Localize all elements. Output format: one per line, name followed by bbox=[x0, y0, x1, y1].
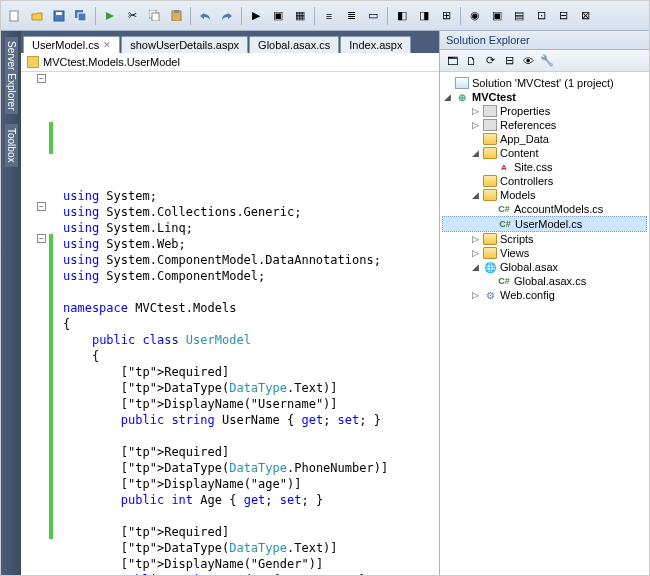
tree-item[interactable]: ◢Content bbox=[442, 146, 647, 160]
refresh-icon[interactable]: ⟳ bbox=[482, 53, 498, 69]
tb-undo-icon[interactable] bbox=[195, 6, 215, 26]
tb-btn-icon[interactable]: ⊠ bbox=[575, 6, 595, 26]
expand-icon[interactable]: ◢ bbox=[442, 92, 452, 102]
tb-redo-icon[interactable] bbox=[217, 6, 237, 26]
change-marker bbox=[49, 122, 53, 154]
tb-btn-icon[interactable]: ▣ bbox=[268, 6, 288, 26]
breadcrumb-text: MVCtest.Models.UserModel bbox=[43, 56, 180, 68]
tree-item[interactable]: ▷Properties bbox=[442, 104, 647, 118]
toolbox-tab[interactable]: Toolbox bbox=[5, 124, 18, 166]
tb-btn-icon[interactable]: ▦ bbox=[290, 6, 310, 26]
tb-btn-icon[interactable]: ⊡ bbox=[531, 6, 551, 26]
expand-icon[interactable]: ▷ bbox=[470, 248, 480, 258]
tree-label: Site.css bbox=[514, 161, 553, 173]
ref-icon bbox=[483, 119, 497, 131]
view-icon[interactable]: 👁 bbox=[520, 53, 536, 69]
fold-icon bbox=[483, 233, 497, 245]
tb-open-icon[interactable] bbox=[27, 6, 47, 26]
expand-icon[interactable]: ▷ bbox=[470, 234, 480, 244]
tb-btn-icon[interactable]: ⊞ bbox=[436, 6, 456, 26]
tree-item[interactable]: ▷⚙Web.config bbox=[442, 288, 647, 302]
side-dock: Server Explorer Toolbox bbox=[1, 31, 21, 575]
solution-tree: Solution 'MVCtest' (1 project)◢⊕MVCtest▷… bbox=[440, 72, 649, 575]
expand-icon[interactable]: ◢ bbox=[470, 190, 480, 200]
server-explorer-tab[interactable]: Server Explorer bbox=[5, 37, 18, 114]
document-tab[interactable]: Index.aspx bbox=[340, 36, 411, 53]
close-icon[interactable]: ✕ bbox=[103, 40, 111, 50]
proj-icon: ⊕ bbox=[455, 91, 469, 103]
cs-icon: C# bbox=[497, 275, 511, 287]
properties-icon[interactable]: 🔧 bbox=[539, 53, 555, 69]
config-icon: ⚙ bbox=[483, 289, 497, 301]
fold-icon[interactable]: − bbox=[37, 234, 46, 243]
tree-item[interactable]: ◢⊕MVCtest bbox=[442, 90, 647, 104]
tree-item[interactable]: ▷Views bbox=[442, 246, 647, 260]
tb-btn-icon[interactable]: ◨ bbox=[414, 6, 434, 26]
tb-btn-icon[interactable]: ≣ bbox=[341, 6, 361, 26]
svg-rect-4 bbox=[78, 13, 86, 21]
expand-icon[interactable]: ▷ bbox=[470, 106, 480, 116]
fold-icon[interactable]: − bbox=[37, 202, 46, 211]
tree-item[interactable]: C#Global.asax.cs bbox=[442, 274, 647, 288]
tree-label: Web.config bbox=[500, 289, 555, 301]
document-tab[interactable]: UserModel.cs✕ bbox=[23, 36, 120, 53]
tree-label: Content bbox=[500, 147, 539, 159]
expand-icon[interactable]: ▷ bbox=[470, 120, 480, 130]
tb-comment-icon[interactable]: ≡ bbox=[319, 6, 339, 26]
collapse-icon[interactable]: ⊟ bbox=[501, 53, 517, 69]
tree-item[interactable]: Solution 'MVCtest' (1 project) bbox=[442, 76, 647, 90]
type-navigator[interactable]: MVCtest.Models.UserModel bbox=[21, 53, 439, 72]
tree-label: Views bbox=[500, 247, 529, 259]
tree-item[interactable]: ASite.css bbox=[442, 160, 647, 174]
expand-icon[interactable]: ◢ bbox=[470, 262, 480, 272]
fold-icon bbox=[483, 147, 497, 159]
tree-item[interactable]: Controllers bbox=[442, 174, 647, 188]
tree-label: AccountModels.cs bbox=[514, 203, 603, 215]
tree-item[interactable]: App_Data bbox=[442, 132, 647, 146]
tb-save-icon[interactable] bbox=[49, 6, 69, 26]
cs-icon: C# bbox=[497, 203, 511, 215]
tb-copy-icon[interactable] bbox=[144, 6, 164, 26]
fold-icon bbox=[483, 189, 497, 201]
tree-item[interactable]: ▷Scripts bbox=[442, 232, 647, 246]
tb-new-icon[interactable] bbox=[5, 6, 25, 26]
document-tabs: UserModel.cs✕showUserDetails.aspxGlobal.… bbox=[21, 31, 439, 53]
tree-label: Global.asax bbox=[500, 261, 558, 273]
panel-title: Solution Explorer bbox=[440, 31, 649, 50]
ref-icon bbox=[483, 105, 497, 117]
tb-btn-icon[interactable]: ▤ bbox=[509, 6, 529, 26]
tb-saveall-icon[interactable] bbox=[71, 6, 91, 26]
tb-btn-icon[interactable]: ▶ bbox=[246, 6, 266, 26]
fold-icon bbox=[483, 133, 497, 145]
tree-label: UserModel.cs bbox=[515, 218, 582, 230]
expand-icon[interactable]: ◢ bbox=[470, 148, 480, 158]
tb-cut-icon[interactable]: ✂ bbox=[122, 6, 142, 26]
tree-item[interactable]: ▷References bbox=[442, 118, 647, 132]
tree-item[interactable]: ◢Models bbox=[442, 188, 647, 202]
tree-label: App_Data bbox=[500, 133, 549, 145]
tree-item[interactable]: ◢🌐Global.asax bbox=[442, 260, 647, 274]
fold-icon bbox=[483, 175, 497, 187]
tb-btn-icon[interactable]: ▭ bbox=[363, 6, 383, 26]
tb-btn-icon[interactable]: ◉ bbox=[465, 6, 485, 26]
document-tab[interactable]: Global.asax.cs bbox=[249, 36, 339, 53]
code-editor[interactable]: − − − using System; using System.Collect… bbox=[21, 72, 439, 575]
tree-item[interactable]: C#AccountModels.cs bbox=[442, 202, 647, 216]
tb-btn-icon[interactable]: ⊟ bbox=[553, 6, 573, 26]
fold-icon[interactable]: − bbox=[37, 74, 46, 83]
main-toolbar: ✂ ▶ ▣ ▦ ≡ ≣ ▭ ◧ ◨ ⊞ ◉ ▣ ▤ ⊡ ⊟ ⊠ bbox=[1, 1, 649, 31]
show-all-icon[interactable]: 🗋 bbox=[463, 53, 479, 69]
tb-btn-icon[interactable]: ◧ bbox=[392, 6, 412, 26]
tb-btn-icon[interactable]: ▣ bbox=[487, 6, 507, 26]
tree-item[interactable]: C#UserModel.cs bbox=[442, 216, 647, 232]
tb-play-icon[interactable] bbox=[100, 6, 120, 26]
tree-label: References bbox=[500, 119, 556, 131]
asax-icon: 🌐 bbox=[483, 261, 497, 273]
solution-toolbar: 🗔 🗋 ⟳ ⊟ 👁 🔧 bbox=[440, 50, 649, 72]
tree-label: Global.asax.cs bbox=[514, 275, 586, 287]
document-tab[interactable]: showUserDetails.aspx bbox=[121, 36, 248, 53]
tb-paste-icon[interactable] bbox=[166, 6, 186, 26]
properties-icon[interactable]: 🗔 bbox=[444, 53, 460, 69]
editor-area: UserModel.cs✕showUserDetails.aspxGlobal.… bbox=[21, 31, 439, 575]
expand-icon[interactable]: ▷ bbox=[470, 290, 480, 300]
